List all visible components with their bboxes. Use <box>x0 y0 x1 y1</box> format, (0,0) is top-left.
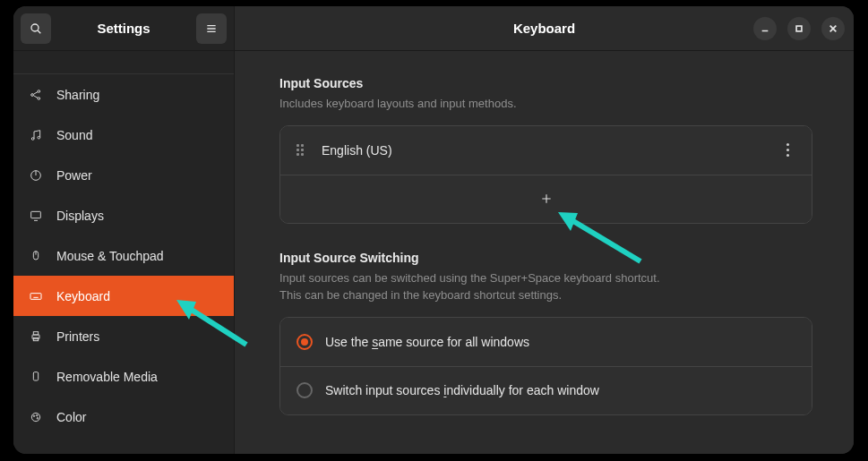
add-input-source-button[interactable] <box>280 175 812 223</box>
sidebar-item-mouse[interactable]: Mouse & Touchpad <box>13 235 234 276</box>
svg-point-0 <box>31 24 39 31</box>
close-icon <box>829 24 838 33</box>
svg-line-1 <box>38 30 40 33</box>
radio-selected-icon <box>296 334 313 350</box>
switching-option-same-source[interactable]: Use the same source for all windows <box>280 318 812 366</box>
mouse-icon <box>28 248 44 264</box>
share-icon <box>28 87 44 103</box>
svg-rect-18 <box>30 293 41 299</box>
search-button[interactable] <box>21 13 51 44</box>
svg-rect-14 <box>31 211 41 218</box>
maximize-button[interactable] <box>787 17 811 40</box>
sidebar-item-label: Power <box>56 168 92 183</box>
sidebar-item-sound[interactable]: Sound <box>13 115 234 155</box>
sidebar-item-sharing[interactable]: Sharing <box>13 74 234 115</box>
power-icon <box>28 167 44 184</box>
svg-point-30 <box>37 414 39 416</box>
input-source-label: English (US) <box>322 143 767 158</box>
sidebar-item-label: Removable Media <box>56 370 158 384</box>
maximize-icon <box>795 24 804 33</box>
switching-option-label: Switch input sources individually for ea… <box>325 383 795 397</box>
radio-unselected-icon <box>296 382 313 398</box>
sidebar-item-color[interactable]: Color <box>13 397 234 437</box>
sidebar-item-label: Color <box>56 410 86 424</box>
svg-point-6 <box>38 90 40 92</box>
sidebar-title: Settings <box>58 21 189 36</box>
sidebar-item-label: Sound <box>56 128 92 142</box>
sidebar: Settings Sharing Sound <box>13 6 235 454</box>
svg-point-28 <box>31 413 39 421</box>
drag-handle-icon[interactable] <box>296 144 309 157</box>
note-icon <box>28 127 44 143</box>
main-pane: Keyboard Input Sources Includes keyboard… <box>235 6 854 454</box>
close-button[interactable] <box>821 17 845 40</box>
sidebar-item-label: Displays <box>56 209 104 223</box>
sidebar-item-power[interactable]: Power <box>13 155 234 195</box>
sidebar-item-displays[interactable]: Displays <box>13 195 234 235</box>
sidebar-item-label: Keyboard <box>56 289 110 303</box>
printer-icon <box>28 329 44 345</box>
switching-panel: Use the same source for all windows Swit… <box>279 317 812 415</box>
sidebar-list[interactable]: Sharing Sound Power Displays <box>13 51 234 454</box>
switching-option-per-window[interactable]: Switch input sources individually for ea… <box>280 366 812 414</box>
input-sources-subtitle: Includes keyboard layouts and input meth… <box>279 96 812 113</box>
svg-line-9 <box>33 95 38 98</box>
svg-point-11 <box>38 136 40 139</box>
svg-point-31 <box>37 417 39 419</box>
sidebar-item-label: Mouse & Touchpad <box>56 249 164 263</box>
screen-icon <box>28 208 44 224</box>
plus-icon <box>539 192 554 206</box>
svg-rect-24 <box>33 331 38 334</box>
switching-subtitle: Input sources can be switched using the … <box>279 270 812 304</box>
input-sources-title: Input Sources <box>279 76 812 90</box>
input-source-row[interactable]: English (US) <box>280 126 812 175</box>
minimize-button[interactable] <box>753 17 777 40</box>
switching-subtitle-line2: This can be changed in the keyboard shor… <box>279 288 562 302</box>
svg-point-7 <box>38 97 40 99</box>
input-sources-panel: English (US) <box>279 125 812 224</box>
sidebar-item-removable[interactable]: Removable Media <box>13 356 234 397</box>
drive-icon <box>28 369 44 385</box>
svg-rect-33 <box>796 26 802 31</box>
switching-subtitle-line1: Input sources can be switched using the … <box>279 271 660 285</box>
keyboard-icon <box>28 288 44 304</box>
sidebar-item-partial <box>13 56 234 74</box>
hamburger-icon <box>204 21 219 36</box>
sidebar-header: Settings <box>13 6 234 51</box>
window-controls <box>753 17 845 40</box>
main-header: Keyboard <box>235 6 854 51</box>
switching-title: Input Source Switching <box>279 251 812 265</box>
color-icon <box>28 409 44 425</box>
sidebar-item-keyboard[interactable]: Keyboard <box>13 276 234 316</box>
switching-option-label: Use the same source for all windows <box>325 335 795 349</box>
svg-line-8 <box>33 91 38 94</box>
content-area[interactable]: Input Sources Includes keyboard layouts … <box>235 51 854 454</box>
hamburger-menu-button[interactable] <box>196 13 227 44</box>
settings-window: Settings Sharing Sound <box>13 6 854 454</box>
svg-rect-26 <box>33 371 38 380</box>
sidebar-item-label: Sharing <box>56 88 99 102</box>
svg-point-5 <box>31 93 34 96</box>
minimize-icon <box>761 24 769 33</box>
svg-point-29 <box>33 414 35 416</box>
sidebar-item-printers[interactable]: Printers <box>13 316 234 356</box>
svg-point-10 <box>31 137 34 140</box>
input-source-menu-button[interactable] <box>779 142 795 158</box>
search-icon <box>29 21 43 36</box>
sidebar-item-label: Printers <box>56 329 99 344</box>
